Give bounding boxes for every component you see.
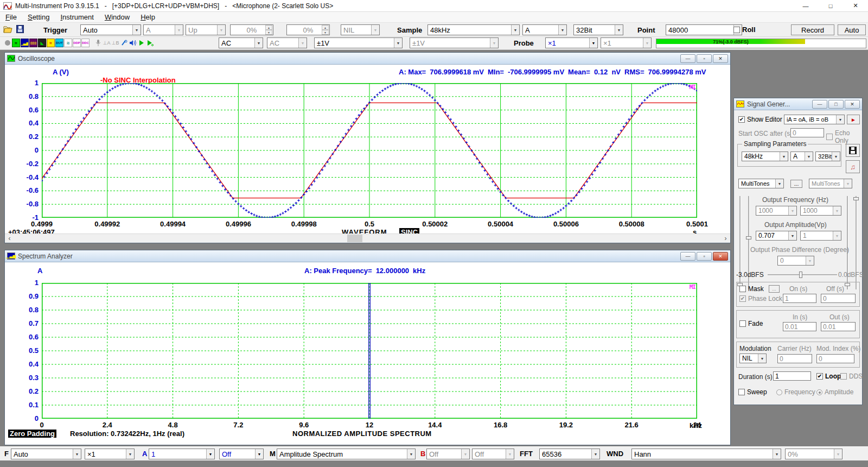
a-scale-dropdown[interactable]: 1▼ [149, 449, 215, 459]
menu-item-help[interactable]: Help [135, 12, 161, 22]
oscilloscope-scrollbar[interactable]: ‹ › [5, 234, 730, 243]
app-close-button[interactable]: ✕ [843, 0, 868, 12]
show-editor-checkbox[interactable]: ✔Show Editor [738, 116, 782, 123]
open-file-icon[interactable] [3, 26, 13, 33]
point-count-dropdown[interactable]: 48000▼ [666, 24, 742, 35]
multimeter-icon[interactable]: 888 [29, 39, 37, 47]
siggen-channel-dropdown[interactable]: A▼ [790, 152, 813, 161]
spectrum-analyzer-icon[interactable]: ▁▃▅ [21, 39, 29, 47]
ddp-viewer-icon[interactable]: DDP [73, 39, 81, 47]
output-phase-label: Output Phase Difference (Degree) [750, 246, 849, 254]
run-loop-icon[interactable] [146, 39, 154, 47]
sweep-checkbox[interactable]: Sweep [738, 388, 767, 396]
waveform-a-dropdown[interactable]: MultiTones▼ [738, 179, 784, 188]
zero-padding-badge[interactable]: Zero Padding [8, 430, 56, 438]
trigger-mode-dropdown[interactable]: Auto▼ [80, 24, 141, 35]
trigger-delay-spinner[interactable]: 0%▲▼ [286, 24, 330, 35]
signal-generator-client: ✔Show Editor iA = oA, iB = oB▼ ► Start O… [734, 110, 862, 405]
siggen-bits-dropdown[interactable]: 32Bit▼ [815, 152, 840, 161]
duration-input[interactable]: 1 [773, 371, 811, 381]
run-icon[interactable] [137, 39, 145, 47]
freq-a-slider-handle[interactable] [746, 236, 751, 239]
dbfs-slider-track[interactable] [768, 274, 837, 276]
signal-generator-titlebar[interactable]: Signal Gener... — □ ✕ [734, 98, 862, 110]
range-b-dropdown: ±1V▼ [410, 37, 499, 48]
loop-checkbox[interactable]: ✔Loop [816, 373, 841, 380]
scrollbar-thumb[interactable] [347, 235, 362, 242]
derived-data-curve-icon[interactable]: ≋ [64, 39, 72, 47]
waveform-more-button[interactable]: ... [790, 180, 802, 188]
zoom-dropdown[interactable]: ×1▼ [85, 449, 135, 459]
save-icon[interactable] [16, 25, 24, 33]
freq-a-dropdown: 1000▼ [756, 206, 797, 216]
freq-b-slider-handle[interactable] [853, 197, 859, 200]
overlap-dropdown: 0%▼ [785, 449, 843, 459]
spectrum-close-button[interactable]: ✕ [713, 252, 728, 261]
sweep-amplitude-radio: Amplitude [816, 388, 853, 396]
calibration-icon[interactable] [120, 39, 128, 47]
modulation-type-dropdown[interactable]: NIL▼ [739, 354, 767, 363]
siggen-run-button[interactable]: ► [847, 115, 860, 124]
display-mode-dropdown[interactable]: Amplitude Spectrum▼ [277, 449, 416, 459]
mask-checkbox[interactable]: Mask [739, 285, 764, 293]
app-titlebar: Multi-Instrument Pro 3.9.15.1 - [+3DP+DL… [0, 0, 868, 12]
window-function-dropdown[interactable]: Hann▼ [631, 449, 781, 459]
menu-item-window[interactable]: Window [99, 12, 135, 22]
range-a-dropdown[interactable]: ±1V▼ [314, 37, 403, 48]
spectrum-client: A A: Peak Frequency=12.000000kHz MI Zero… [5, 262, 730, 445]
freq-axis-mode-dropdown[interactable]: Auto▼ [11, 449, 81, 459]
spectrum-restore-button[interactable]: ▫ [697, 252, 712, 261]
osc-y-tick: 0.8 [14, 92, 39, 100]
sample-rate-dropdown[interactable]: 48kHz▼ [427, 24, 520, 35]
oscilloscope-icon[interactable]: ≈ [12, 39, 20, 47]
osc-x-tick: 0.49998 [291, 220, 317, 228]
spectrum-titlebar[interactable]: ▁▃▅ Spectrum Analyzer — ▫ ✕ [5, 250, 730, 262]
spectrum-plot[interactable]: MI [42, 283, 697, 419]
speaker-icon[interactable] [129, 39, 137, 47]
osc-y-tick: -0.2 [14, 160, 39, 168]
roll-checkbox[interactable]: Roll [733, 26, 756, 34]
routing-dropdown[interactable]: iA = oA, iB = oB▼ [784, 115, 845, 124]
spectrum-3d-plot-icon[interactable]: ◣ [38, 39, 46, 47]
record-button[interactable]: Record [791, 24, 834, 35]
a-ref-dropdown[interactable]: Off▼ [219, 449, 264, 459]
dbfs-slider-handle[interactable] [799, 272, 802, 278]
device-test-plan-icon[interactable]: DUT [55, 39, 63, 47]
spec-y-tick: 0.1 [14, 401, 39, 409]
bit-depth-dropdown[interactable]: 32Bit▼ [573, 24, 623, 35]
coupling-a-dropdown[interactable]: AC▼ [219, 37, 263, 48]
siggen-maximize-button[interactable]: □ [828, 100, 844, 109]
ddc-icon[interactable]: DDC [81, 39, 90, 47]
sample-channel-dropdown[interactable]: A▼ [522, 24, 567, 35]
scroll-right-icon[interactable]: › [721, 234, 730, 243]
menu-item-setting[interactable]: Setting [22, 12, 55, 22]
oscilloscope-close-button[interactable]: ✕ [713, 54, 728, 63]
amp-a-dropdown[interactable]: 0.707▼ [756, 231, 797, 241]
auto-scale-button[interactable]: Auto [838, 24, 866, 35]
fade-checkbox[interactable]: Fade [739, 320, 763, 327]
spectrum-minimize-button[interactable]: — [680, 252, 695, 261]
spec-y-tick: 0 [14, 414, 39, 422]
max-value: 706.9999618 mV [430, 68, 484, 76]
oscilloscope-plot[interactable]: MI [42, 83, 697, 218]
menu-item-instrument[interactable]: Instrument [55, 12, 99, 22]
oscilloscope-restore-button[interactable]: ▫ [697, 54, 712, 63]
spec-x-tick: 16.8 [494, 421, 507, 429]
spec-x-tick: 0 [40, 421, 43, 429]
siggen-rate-dropdown[interactable]: 48kHz▼ [742, 152, 788, 161]
menu-item-file[interactable]: File [0, 12, 22, 22]
osc-x-tick: 0.50002 [422, 220, 448, 228]
fft-size-dropdown[interactable]: 65536▼ [539, 449, 600, 459]
app-minimize-button[interactable]: — [793, 0, 818, 12]
trigger-level-spinner[interactable]: 0%▲▼ [230, 24, 273, 35]
scroll-left-icon[interactable]: ‹ [5, 234, 14, 243]
siggen-close-button[interactable]: ✕ [845, 100, 860, 109]
probe-a-dropdown[interactable]: ×1▼ [545, 37, 598, 48]
oscilloscope-titlebar[interactable]: Oscilloscope — ▫ ✕ [5, 53, 730, 65]
app-maximize-button[interactable]: □ [818, 0, 843, 12]
siggen-minimize-button[interactable]: — [812, 100, 827, 109]
siggen-save-button[interactable] [846, 144, 860, 157]
signal-generator-icon[interactable]: ≈ [47, 39, 55, 47]
f-label: F [4, 450, 9, 458]
oscilloscope-minimize-button[interactable]: — [680, 54, 695, 63]
